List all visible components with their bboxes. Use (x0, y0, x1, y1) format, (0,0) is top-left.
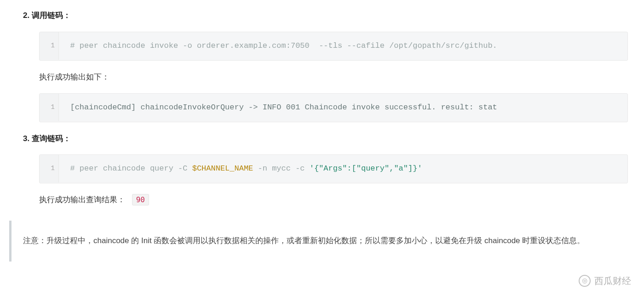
heading-3: 3. 查询链码： (23, 132, 628, 146)
section-2: 2. 调用链码： 1 # peer chaincode invoke -o or… (0, 9, 644, 122)
code-content[interactable]: # peer chaincode query -C $CHANNEL_NAME … (61, 155, 431, 183)
code-line-number: 1 (40, 32, 59, 60)
code-content[interactable]: [chaincodeCmd] chaincodeInvokeOrQuery ->… (61, 94, 506, 122)
code-token: '{"Args":["query","a"]}' (310, 164, 422, 173)
code-line-number: 1 (40, 155, 59, 182)
section-3: 3. 查询链码： 1 # peer chaincode query -C $CH… (0, 132, 644, 207)
heading-title: 查询链码： (32, 134, 71, 143)
watermark: ◎ 西瓜财经 (579, 273, 631, 275)
heading-title: 调用链码： (32, 11, 71, 20)
code-token: # peer chaincode invoke -o orderer.examp… (70, 41, 497, 50)
code-block-invoke: 1 # peer chaincode invoke -o orderer.exa… (39, 32, 628, 61)
note-text: 注意：升级过程中，chaincode 的 Init 函数会被调用以执行数据相关的… (23, 236, 585, 245)
watermark-text: 西瓜财经 (594, 273, 631, 275)
query-result-value: 90 (132, 194, 149, 205)
heading-number: 2. (23, 11, 29, 20)
code-token: -n mycc -c (253, 164, 309, 173)
code-content[interactable]: # peer chaincode invoke -o orderer.examp… (61, 32, 506, 60)
query-result-text: 执行成功输出查询结果： (39, 195, 125, 204)
code-block-query: 1 # peer chaincode query -C $CHANNEL_NAM… (39, 154, 628, 183)
code-block-invoke-output: 1 [chaincodeCmd] chaincodeInvokeOrQuery … (39, 93, 628, 122)
output-label: 执行成功输出如下： (39, 71, 628, 84)
query-result-label: 执行成功输出查询结果： 90 (39, 194, 628, 207)
note-block: 注意：升级过程中，chaincode 的 Init 函数会被调用以执行数据相关的… (9, 221, 635, 262)
code-token: $CHANNEL_NAME (192, 164, 253, 173)
heading-2: 2. 调用链码： (23, 9, 628, 23)
code-token: # peer chaincode query -C (70, 164, 192, 173)
heading-number: 3. (23, 134, 29, 143)
code-line-number: 1 (40, 94, 59, 121)
watermark-icon: ◎ (579, 275, 591, 275)
code-token: [chaincodeCmd] chaincodeInvokeOrQuery ->… (70, 103, 497, 112)
